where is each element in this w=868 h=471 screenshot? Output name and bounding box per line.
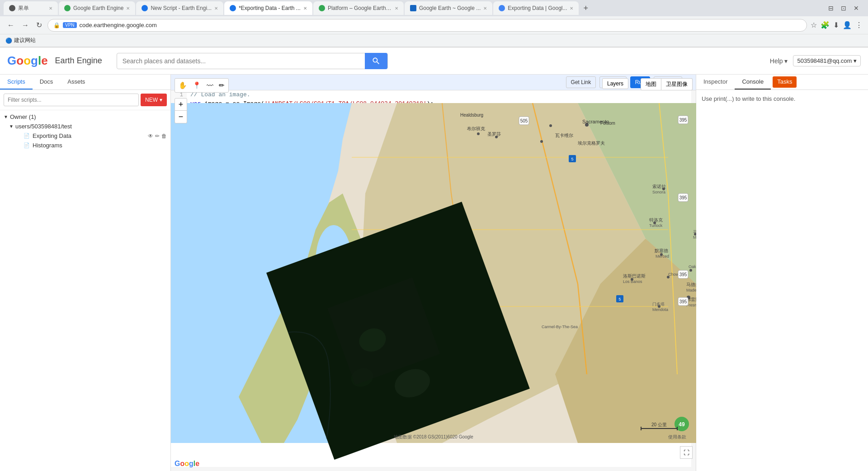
tree-owner[interactable]: ▼ Owner (1) xyxy=(0,112,170,122)
file-edit-btn-1[interactable]: ✏ xyxy=(155,133,160,139)
right-panel-tabs: Inspector Console Tasks xyxy=(696,75,868,90)
close-button[interactable]: ✕ xyxy=(852,3,861,14)
draw-tool-button[interactable]: ✏ xyxy=(217,80,227,91)
tab-3-close[interactable]: ✕ xyxy=(214,6,218,11)
tab-7[interactable]: Exporting Data | Googl... ✕ xyxy=(493,1,579,15)
tab-2-close[interactable]: ✕ xyxy=(126,6,130,11)
map-container[interactable]: Sacramento 瓦卡维尔 圣罗莎 布尔班克 Healdsburg Fols… xyxy=(171,75,696,471)
google-logo: Google xyxy=(7,54,48,68)
fullscreen-button[interactable]: ⛶ xyxy=(680,446,693,459)
svg-text:Merced: Merced xyxy=(656,254,669,259)
map-type-map-button[interactable]: 地图 xyxy=(641,78,661,90)
zoom-out-button[interactable]: − xyxy=(175,111,187,123)
tab-3[interactable]: New Script - Earth Engi... ✕ xyxy=(136,1,223,15)
svg-text:索诺拉: 索诺拉 xyxy=(652,184,666,189)
tab-scripts[interactable]: Scripts xyxy=(0,75,33,89)
address-text[interactable]: code.earthengine.google.com xyxy=(80,22,157,28)
pin-tool-button[interactable]: 📍 xyxy=(190,80,203,91)
tab-5[interactable]: Platform – Google Earth ... ✕ xyxy=(313,1,404,15)
app: Google Earth Engine Help ▾ 503598481@qq.… xyxy=(0,47,868,471)
tab-5-close[interactable]: ✕ xyxy=(395,6,398,11)
tab-6[interactable]: Google Earth ~ Google ... ✕ xyxy=(405,1,492,15)
google-map-logo: Google xyxy=(175,460,199,468)
file-delete-btn-1[interactable]: 🗑 xyxy=(161,133,167,139)
bookmark-item-1[interactable]: 🔵 建议网站 xyxy=(5,37,36,44)
svg-text:Sonora: Sonora xyxy=(652,190,665,194)
map-logo-o2: o xyxy=(184,460,189,467)
svg-text:马德拉: 马德拉 xyxy=(686,282,696,287)
tab-2-icon xyxy=(64,5,71,11)
svg-text:瓦卡维尔: 瓦卡维尔 xyxy=(555,133,573,138)
tab-inspector[interactable]: Inspector xyxy=(696,75,735,89)
svg-text:505: 505 xyxy=(520,118,528,123)
tab-4-label: *Exporting Data - Earth ... xyxy=(239,5,301,11)
tab-3-label: New Script - Earth Engi... xyxy=(151,5,212,11)
svg-point-26 xyxy=(549,124,552,127)
svg-text:Mariposa: Mariposa xyxy=(693,235,696,240)
new-tab-button[interactable]: + xyxy=(580,4,592,13)
tab-1[interactable]: 果单 ✕ xyxy=(4,1,58,15)
search-input[interactable] xyxy=(117,57,365,65)
svg-text:Madera: Madera xyxy=(686,288,696,292)
file-view-btn-1[interactable]: 👁 xyxy=(148,133,153,139)
svg-point-30 xyxy=(477,132,480,135)
forward-button[interactable]: → xyxy=(20,19,31,31)
tab-1-close[interactable]: ✕ xyxy=(49,6,52,11)
tree-section: ▼ Owner (1) ▼ users/503598481/test 📄 Exp… xyxy=(0,110,170,152)
tab-docs[interactable]: Docs xyxy=(33,75,61,89)
download-button[interactable]: ⬇ xyxy=(833,21,839,29)
browser-controls: ← → ↻ 🔒 VPN code.earthengine.google.com … xyxy=(0,16,868,34)
tab-tasks[interactable]: Tasks xyxy=(773,76,797,88)
tab-6-label: Google Earth ~ Google ... xyxy=(419,5,481,11)
back-button[interactable]: ← xyxy=(5,19,16,31)
file-name-1: Exporting Data xyxy=(33,132,71,139)
layers-button[interactable]: Layers xyxy=(602,78,628,89)
tab-2[interactable]: Google Earth Engine ✕ xyxy=(59,1,135,15)
bookmark-label-1: 建议网站 xyxy=(14,37,36,44)
new-btn-arrow: ▾ xyxy=(160,97,162,103)
logo-o1: o xyxy=(16,54,24,67)
bookmark-icon-1: 🔵 xyxy=(5,38,12,44)
svg-text:Folsom: Folsom xyxy=(600,121,615,126)
map-type-satellite-button[interactable]: 卫星图像 xyxy=(661,78,693,90)
tab-5-label: Platform – Google Earth ... xyxy=(328,5,392,11)
svg-text:20 公里: 20 公里 xyxy=(651,422,667,427)
svg-text:地图数据 ©2018 GS(2011)6020 Google: 地图数据 ©2018 GS(2011)6020 Google xyxy=(393,434,473,439)
line-tool-button[interactable]: 〰 xyxy=(204,80,216,91)
filter-scripts-input[interactable] xyxy=(4,94,139,106)
tree-file-2[interactable]: 📄 Histograms xyxy=(0,141,170,150)
file-actions-1: 👁 ✏ 🗑 xyxy=(148,133,167,139)
tree-user-path[interactable]: ▼ users/503598481/test xyxy=(0,122,170,131)
account-button[interactable]: 👤 xyxy=(843,21,852,29)
svg-text:洛斯巴诺斯: 洛斯巴诺斯 xyxy=(623,273,646,278)
tab-4[interactable]: *Exporting Data - Earth ... ✕ xyxy=(224,1,312,15)
file-icon-2: 📄 xyxy=(24,142,30,148)
tab-6-close[interactable]: ✕ xyxy=(483,6,487,11)
tab-7-close[interactable]: ✕ xyxy=(570,6,573,11)
tree-file-1[interactable]: 📄 Exporting Data 👁 ✏ 🗑 xyxy=(0,131,170,141)
user-path-arrow: ▼ xyxy=(9,124,14,129)
extensions-button[interactable]: 🧩 xyxy=(821,21,830,29)
tab-console[interactable]: Console xyxy=(735,75,771,89)
svg-text:Oakhurst: Oakhurst xyxy=(689,264,696,269)
search-button[interactable] xyxy=(365,53,387,69)
maximize-button[interactable]: ⊡ xyxy=(839,3,848,14)
minimize-button[interactable]: ⊟ xyxy=(826,3,835,14)
help-button[interactable]: Help ▾ xyxy=(770,57,788,65)
console-content: Use print(...) to write to this console. xyxy=(696,90,868,108)
reload-button[interactable]: ↻ xyxy=(34,19,44,31)
tab-5-icon xyxy=(319,5,325,11)
tab-assets[interactable]: Assets xyxy=(60,75,92,89)
bookmark-star-button[interactable]: ☆ xyxy=(811,21,817,29)
svg-text:395: 395 xyxy=(679,195,687,200)
menu-button[interactable]: ⋮ xyxy=(855,21,863,29)
tab-7-label: Exporting Data | Googl... xyxy=(508,5,567,11)
hand-tool-button[interactable]: ✋ xyxy=(176,80,189,91)
user-button[interactable]: 503598481@qq.com ▾ xyxy=(793,55,861,66)
tab-4-close[interactable]: ✕ xyxy=(303,6,307,11)
tab-2-label: Google Earth Engine xyxy=(73,5,123,11)
search-icon xyxy=(372,57,381,66)
file-icon-1: 📄 xyxy=(24,133,30,139)
new-script-button[interactable]: NEW ▾ xyxy=(141,94,167,106)
zoom-in-button[interactable]: + xyxy=(175,98,187,111)
